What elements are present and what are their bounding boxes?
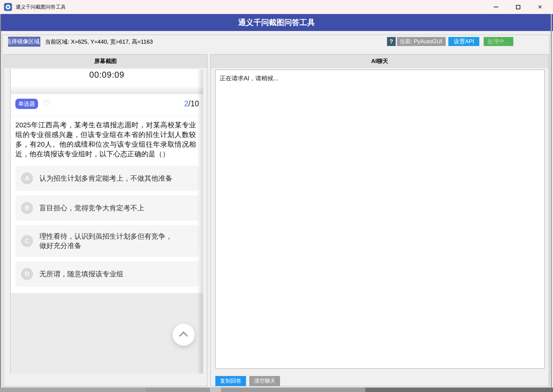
minimize-icon [494, 7, 498, 7]
chat-status-message: 正在请求AI，请稍候... [220, 74, 540, 82]
region-info-label: 当前区域: X=625, Y=440, 宽=617, 高=1163 [45, 38, 153, 46]
maximize-icon [516, 5, 520, 9]
copy-answer-button[interactable]: 复制回答 [215, 376, 246, 386]
set-api-button[interactable]: 设置API [448, 37, 479, 46]
option-b-letter: B [21, 202, 33, 214]
progress-current: 2 [184, 99, 188, 108]
timer-text: 00:09:09 [11, 70, 203, 80]
taskbar-segment [0, 388, 146, 392]
minimize-button[interactable] [485, 0, 507, 14]
taskbar-strip [0, 388, 553, 392]
window-controls: × [485, 0, 551, 14]
scroll-to-top-button [173, 324, 195, 346]
screenshot-display: 00:09:09 单选题 ♡ 2/10 2025年江西高考，某考生在填报志愿时，… [10, 69, 203, 374]
screenshot-panel: 屏幕截图 00:09:09 单选题 ♡ 2/10 2025年江西高考，某考生在填… [4, 54, 207, 386]
window-titlebar: 通义千问截图问答工具 × [0, 0, 553, 14]
chat-output-area[interactable]: 正在请求AI，请稍候... [215, 70, 545, 369]
divider-band [11, 87, 203, 94]
help-button[interactable]: ? [387, 37, 396, 46]
window-right-edge [551, 14, 552, 388]
question-meta-row: 单选题 ♡ 2/10 [11, 99, 203, 110]
chevron-up-icon [179, 331, 188, 340]
screenshot-panel-title: 屏幕截图 [4, 55, 207, 68]
window-left-edge [0, 14, 1, 388]
close-icon: × [538, 3, 542, 11]
options-list: A 认为招生计划多肯定能考上，不做其他准备 B 盲目担心，觉得竞争大肯定考不上 … [15, 166, 199, 291]
app-icon [4, 3, 12, 11]
option-a-text: 认为招生计划多肯定能考上，不做其他准备 [39, 174, 176, 183]
option-a: A 认为招生计划多肯定能考上，不做其他准备 [15, 166, 199, 191]
option-a-letter: A [21, 172, 33, 184]
maximize-button[interactable] [507, 0, 529, 14]
option-c-text: 理性看待，认识到虽招生计划多但有竞争，做好充分准备 [39, 232, 176, 250]
current-api-label: 当前: PyAutoGUI [397, 37, 446, 46]
taskbar-segment [210, 388, 221, 392]
option-b: B 盲目担心，觉得竞争大肯定考不上 [15, 195, 199, 221]
select-region-button[interactable]: 选择镜像区域 [8, 37, 40, 47]
ai-chat-panel-title: AI聊天 [211, 55, 549, 68]
app-banner-title: 通义千问截图问答工具 [0, 14, 553, 31]
option-d-text: 无所谓，随意填报该专业组 [39, 269, 176, 279]
option-c-letter: C [21, 235, 33, 247]
question-text: 2025年江西高考，某考生在填报志愿时，对某高校某专业组的专业很感兴趣，但该专业… [15, 120, 196, 159]
close-button[interactable]: × [529, 0, 551, 14]
processing-status-button[interactable]: 处理中... [484, 37, 513, 46]
screenshot-right-shadow [197, 69, 203, 374]
option-d: D 无所谓，随意填报该专业组 [15, 261, 199, 287]
window-title: 通义千问截图问答工具 [16, 4, 66, 10]
option-c: C 理性看待，认识到虽招生计划多但有竞争，做好充分准备 [15, 225, 199, 257]
heart-icon: ♡ [43, 98, 51, 109]
clear-chat-button[interactable]: 清空聊天 [249, 376, 280, 386]
question-type-badge: 单选题 [15, 99, 38, 109]
option-d-letter: D [21, 268, 33, 280]
taskbar-segment [365, 388, 553, 392]
ai-chat-panel: AI聊天 正在请求AI，请稍候... 复制回答 清空聊天 [210, 54, 549, 386]
question-divider [11, 115, 203, 116]
option-b-text: 盲目担心，觉得竞争大肯定考不上 [39, 203, 176, 213]
